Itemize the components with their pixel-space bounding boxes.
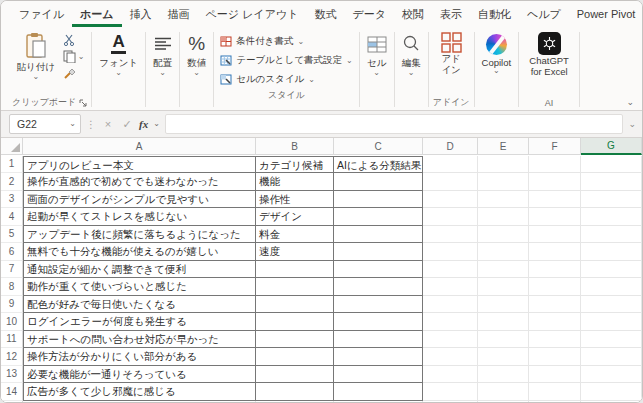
cell-G13[interactable]: [581, 366, 642, 384]
cell-D13[interactable]: [423, 366, 478, 384]
cell-F6[interactable]: [529, 243, 581, 261]
cell-D14[interactable]: [423, 383, 478, 401]
cell-A9[interactable]: 配色が好みで毎日使いたくなる: [23, 296, 256, 314]
cell-G12[interactable]: [581, 348, 642, 366]
cell-E5[interactable]: [478, 226, 529, 244]
formula-bar-expand-chevron[interactable]: ⌄: [628, 119, 636, 129]
tab-power-pivot[interactable]: Power Pivot: [569, 1, 643, 27]
number-group-button[interactable]: % 数値 ⌄: [181, 29, 212, 110]
cell-D5[interactable]: [423, 226, 478, 244]
cell-D11[interactable]: [423, 331, 478, 349]
cell-G9[interactable]: [581, 296, 642, 314]
cell-E10[interactable]: [478, 313, 529, 331]
cell-B13[interactable]: [256, 366, 334, 384]
cell-F8[interactable]: [529, 278, 581, 296]
formula-input[interactable]: [165, 114, 624, 134]
cell-styles-button[interactable]: セルのスタイル ⌄: [220, 71, 353, 88]
copy-button[interactable]: ⌄: [63, 50, 85, 63]
select-all-button[interactable]: [1, 138, 23, 155]
row-header-8[interactable]: 8: [1, 278, 23, 296]
cell-D3[interactable]: [423, 191, 478, 209]
cell-B8[interactable]: [256, 278, 334, 296]
cell-F12[interactable]: [529, 348, 581, 366]
column-header-G-selected[interactable]: G: [581, 138, 642, 155]
cell-B14[interactable]: [256, 383, 334, 401]
cell-E7[interactable]: [478, 261, 529, 279]
cell-E3[interactable]: [478, 191, 529, 209]
cell-E4[interactable]: [478, 208, 529, 226]
tab-automate[interactable]: 自動化: [470, 1, 519, 27]
cell-G2[interactable]: [581, 173, 642, 191]
alignment-group-button[interactable]: 配置 ⌄: [147, 29, 178, 110]
cell-G11[interactable]: [581, 331, 642, 349]
cell-E6[interactable]: [478, 243, 529, 261]
cell-A5[interactable]: アップデート後に頻繁に落ちるようになった: [23, 226, 256, 244]
cell-B6[interactable]: 速度: [256, 243, 334, 261]
cell-A2[interactable]: 操作が直感的で初めてでも迷わなかった: [23, 173, 256, 191]
tab-home[interactable]: ホーム: [72, 1, 122, 27]
column-header-E[interactable]: E: [478, 138, 529, 155]
tab-formulas[interactable]: 数式: [306, 1, 344, 27]
cell-A13[interactable]: 必要な機能が一通りそろっている: [23, 366, 256, 384]
row-header-1[interactable]: 1: [1, 156, 23, 174]
cell-F14[interactable]: [529, 383, 581, 401]
insert-function-button[interactable]: fx: [139, 118, 148, 130]
cell-A4[interactable]: 起動が早くてストレスを感じない: [23, 208, 256, 226]
editing-group-button[interactable]: 編集 ⌄: [396, 29, 427, 110]
cell-G8[interactable]: [581, 278, 642, 296]
row-header-9[interactable]: 9: [1, 296, 23, 314]
cell-A10[interactable]: ログインエラーが何度も発生する: [23, 313, 256, 331]
cell-F11[interactable]: [529, 331, 581, 349]
cell-B12[interactable]: [256, 348, 334, 366]
cell-F2[interactable]: [529, 173, 581, 191]
row-header-5[interactable]: 5: [1, 226, 23, 244]
cell-G6[interactable]: [581, 243, 642, 261]
cell-A7[interactable]: 通知設定が細かく調整できて便利: [23, 261, 256, 279]
cell-E8[interactable]: [478, 278, 529, 296]
column-header-B[interactable]: B: [256, 138, 334, 155]
format-painter-button[interactable]: [63, 67, 85, 80]
tab-help[interactable]: ヘルプ: [519, 1, 569, 27]
cell-D8[interactable]: [423, 278, 478, 296]
cell-C2[interactable]: [334, 173, 423, 191]
cell-B11[interactable]: [256, 331, 334, 349]
cell-F1[interactable]: [529, 156, 581, 174]
tab-review[interactable]: 校閲: [394, 1, 432, 27]
tab-insert[interactable]: 挿入: [122, 1, 160, 27]
cell-A12[interactable]: 操作方法が分かりにくい部分がある: [23, 348, 256, 366]
row-header-4[interactable]: 4: [1, 208, 23, 226]
cell-B1[interactable]: カテゴリ候補: [256, 156, 334, 174]
cell-B5[interactable]: 料金: [256, 226, 334, 244]
conditional-formatting-button[interactable]: 条件付き書式 ⌄: [220, 33, 353, 50]
cell-F9[interactable]: [529, 296, 581, 314]
cell-F10[interactable]: [529, 313, 581, 331]
cell-D6[interactable]: [423, 243, 478, 261]
cell-C8[interactable]: [334, 278, 423, 296]
cell-C12[interactable]: [334, 348, 423, 366]
cell-A11[interactable]: サポートへの問い合わせ対応が早かった: [23, 331, 256, 349]
tab-file[interactable]: ファイル: [11, 1, 72, 27]
cell-C7[interactable]: [334, 261, 423, 279]
cell-G4[interactable]: [581, 208, 642, 226]
column-header-C[interactable]: C: [334, 138, 423, 155]
cancel-entry-button[interactable]: ×: [101, 118, 115, 130]
row-header-14[interactable]: 14: [1, 383, 23, 401]
cell-F7[interactable]: [529, 261, 581, 279]
cell-G5[interactable]: [581, 226, 642, 244]
cell-G3[interactable]: [581, 191, 642, 209]
namebox-resize-handle[interactable]: ⋮: [86, 119, 96, 130]
cell-B4[interactable]: デザイン: [256, 208, 334, 226]
cell-C11[interactable]: [334, 331, 423, 349]
cell-C14[interactable]: [334, 383, 423, 401]
cell-F5[interactable]: [529, 226, 581, 244]
cell-B7[interactable]: [256, 261, 334, 279]
cell-D9[interactable]: [423, 296, 478, 314]
tab-view[interactable]: 表示: [432, 1, 470, 27]
row-header-2[interactable]: 2: [1, 173, 23, 191]
column-header-F[interactable]: F: [529, 138, 581, 155]
cell-D12[interactable]: [423, 348, 478, 366]
cell-B3[interactable]: 操作性: [256, 191, 334, 209]
cell-E1[interactable]: [478, 156, 529, 174]
cell-D7[interactable]: [423, 261, 478, 279]
copilot-button[interactable]: Copilot ⌄: [476, 29, 518, 110]
